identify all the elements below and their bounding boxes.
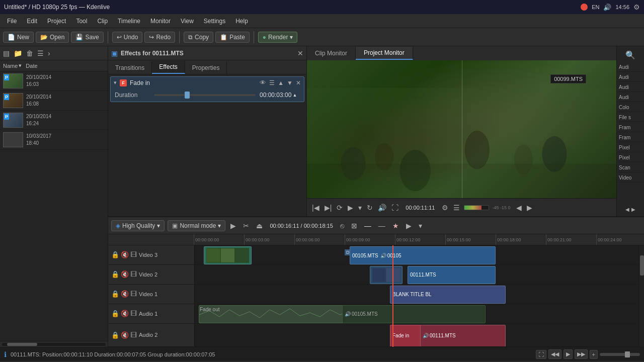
duration-slider[interactable]: [154, 94, 256, 96]
quality-dropdown-button[interactable]: ◈ High Quality ▾: [111, 220, 165, 231]
library-item[interactable]: File s: [618, 113, 643, 122]
name-column-header[interactable]: Name ▾: [3, 62, 22, 69]
menu-timeline[interactable]: Timeline: [114, 17, 144, 26]
tab-properties[interactable]: Properties: [185, 62, 227, 74]
track-film-icon[interactable]: 🎞: [130, 290, 137, 298]
menu-file[interactable]: File: [3, 17, 21, 26]
video2-clip1[interactable]: [370, 266, 403, 284]
track-film-icon[interactable]: 🎞: [130, 270, 137, 278]
undo-button[interactable]: ↩ Undo: [112, 32, 143, 43]
track-lock-icon[interactable]: 🔒: [111, 270, 119, 278]
volume-bar[interactable]: [464, 205, 489, 210]
go-to-end-button[interactable]: ▶|: [324, 203, 333, 213]
library-item[interactable]: Audi: [618, 73, 643, 82]
track-mute-icon[interactable]: 🔇: [121, 310, 129, 317]
duration-slider-thumb[interactable]: [185, 92, 190, 99]
menu-settings[interactable]: Settings: [200, 17, 229, 26]
settings-icon[interactable]: ⚙: [633, 3, 640, 11]
track-mute-icon[interactable]: 🔇: [121, 331, 129, 339]
prev-icon[interactable]: ◀: [625, 207, 629, 212]
vscroll-thumb[interactable]: [640, 255, 644, 276]
library-item[interactable]: Fram: [618, 123, 643, 132]
tl-spacer-btn[interactable]: —: [362, 221, 373, 231]
tl-play2-button[interactable]: ▶: [404, 221, 414, 231]
bin-expand-icon[interactable]: ›: [47, 48, 51, 58]
menu-clip[interactable]: Clip: [93, 17, 112, 26]
tl-extract-button[interactable]: ⏏: [254, 221, 265, 231]
list-item[interactable]: P 20/10/2014 16:03: [0, 71, 108, 91]
duration-spinbox-up[interactable]: ▲: [292, 93, 297, 98]
fullscreen-button[interactable]: ⛶: [390, 203, 399, 213]
bin-delete-icon[interactable]: 🗑: [25, 48, 34, 58]
open-button[interactable]: 📂 Open: [36, 32, 69, 43]
track-film-icon[interactable]: 🎞: [130, 331, 137, 339]
copy-button[interactable]: ⧉ Copy: [184, 32, 213, 43]
track-content-video3[interactable]: Dissolve 00105.MTS 🔊 00105: [194, 245, 644, 264]
list-item[interactable]: P 20/10/2014 16:24: [0, 111, 108, 130]
timeline-playhead[interactable]: [392, 245, 393, 347]
next-icon[interactable]: ▶: [631, 207, 635, 212]
volume-button[interactable]: 🔊: [377, 203, 387, 213]
effect-up-icon[interactable]: ▲: [278, 79, 284, 86]
effects-close-button[interactable]: ✕: [297, 49, 303, 57]
prev-frame-button[interactable]: ◀: [515, 203, 523, 213]
video2-clip2[interactable]: 00111.MTS: [408, 266, 496, 284]
track-content-audio1[interactable]: Fade out 🔊 00105.MTS: [194, 304, 644, 323]
go-to-start-button[interactable]: |◀: [311, 203, 320, 213]
status-slider[interactable]: [600, 353, 640, 356]
redo-button[interactable]: ↪ Redo: [144, 32, 175, 43]
render-button[interactable]: ● Render ▾: [258, 32, 298, 43]
tl-star-button[interactable]: ★: [390, 221, 401, 231]
effect-item-header[interactable]: ▾ F Fade in 👁 ☰ ▲ ▼ ✕: [111, 77, 304, 88]
bin-menu-icon[interactable]: ☰: [36, 48, 45, 58]
bin-folder-icon[interactable]: 📁: [13, 48, 23, 58]
track-content-video1[interactable]: BLANK TITLE BL: [194, 285, 644, 304]
effect-visibility-icon[interactable]: 👁: [260, 79, 266, 86]
menu-monitor[interactable]: Monitor: [146, 17, 175, 26]
list-item[interactable]: P 20/10/2014 16:08: [0, 91, 108, 111]
tab-project-monitor[interactable]: Project Monitor: [356, 47, 413, 60]
play-dropdown[interactable]: ▾: [357, 203, 363, 213]
library-item[interactable]: Scan: [618, 163, 643, 172]
effect-delete-icon[interactable]: ✕: [296, 79, 301, 86]
tl-play-dropdown[interactable]: ▾: [417, 221, 424, 231]
track-film-icon[interactable]: 🎞: [130, 310, 137, 317]
track-mute-icon[interactable]: 🔇: [121, 270, 129, 278]
library-item[interactable]: Video: [618, 173, 643, 183]
status-btn-2[interactable]: ◀◀: [548, 349, 561, 359]
video3-clip1[interactable]: [204, 246, 252, 264]
menu-tool[interactable]: Tool: [72, 17, 91, 26]
close-button[interactable]: [581, 4, 588, 11]
menu-view[interactable]: View: [177, 17, 198, 26]
monitor-chapters-icon[interactable]: ☰: [452, 203, 461, 213]
new-button[interactable]: 📄 New: [3, 32, 34, 43]
list-item[interactable]: 10/03/2017 18:40: [0, 130, 108, 150]
library-item[interactable]: Audi: [618, 83, 643, 92]
library-item[interactable]: Fram: [618, 133, 643, 142]
track-content-audio2[interactable]: Fade in 🔊 00111.MTS: [194, 324, 644, 346]
status-btn-3[interactable]: ▶: [564, 349, 573, 359]
track-mute-icon[interactable]: 🔇: [121, 290, 129, 298]
bin-view-icon[interactable]: ▤: [2, 48, 11, 58]
status-btn-5[interactable]: +: [590, 350, 598, 359]
render-dropdown-icon[interactable]: ▾: [290, 34, 293, 41]
tab-effects[interactable]: Effects: [152, 61, 185, 74]
tl-spacer2-btn[interactable]: —: [376, 221, 387, 231]
track-film-icon[interactable]: 🎞: [130, 251, 137, 258]
video1-clip1[interactable]: BLANK TITLE BL: [390, 286, 506, 304]
save-button[interactable]: 💾 Save: [71, 32, 103, 43]
search-icon[interactable]: 🔍: [623, 48, 637, 62]
mode-dropdown-button[interactable]: ▣ Normal mode ▾: [168, 220, 225, 231]
tl-play-button[interactable]: ▶: [228, 221, 238, 231]
status-btn-1[interactable]: ⛶: [536, 350, 546, 359]
play-button[interactable]: ▶: [347, 203, 354, 213]
library-item[interactable]: Audi: [618, 63, 643, 72]
status-btn-4[interactable]: ▶▶: [575, 349, 588, 359]
track-lock-icon[interactable]: 🔒: [111, 290, 119, 298]
track-content-video2[interactable]: 00111.MTS: [194, 265, 644, 284]
menu-edit[interactable]: Edit: [23, 17, 41, 26]
tab-transitions[interactable]: Transitions: [108, 62, 152, 74]
track-lock-icon[interactable]: 🔒: [111, 310, 119, 317]
loop-button[interactable]: ↻: [366, 203, 374, 213]
tab-clip-monitor[interactable]: Clip Monitor: [307, 47, 356, 59]
